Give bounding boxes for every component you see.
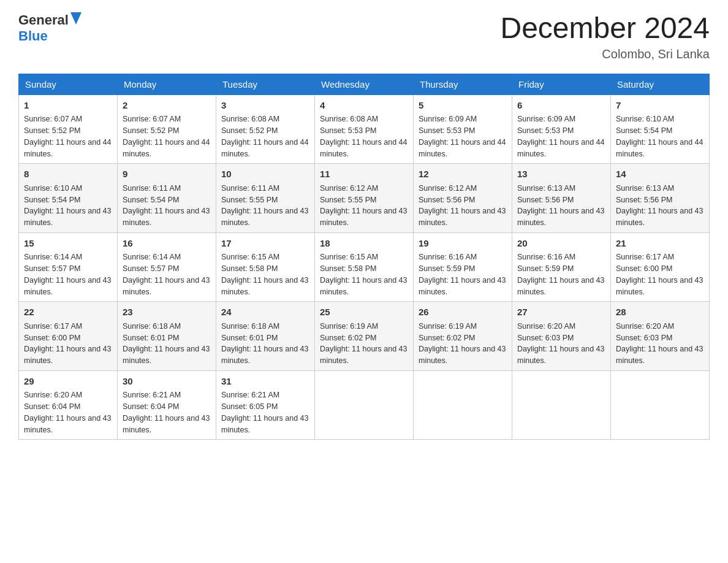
sunrise-text: Sunrise: 6:15 AM <box>320 251 408 263</box>
calendar-cell: 3Sunrise: 6:08 AMSunset: 5:52 PMDaylight… <box>216 94 315 164</box>
sunset-text: Sunset: 5:58 PM <box>320 263 408 275</box>
sunrise-text: Sunrise: 6:15 AM <box>221 251 309 263</box>
sunset-text: Sunset: 5:53 PM <box>419 125 507 137</box>
day-number: 11 <box>320 167 408 182</box>
calendar-table: SundayMondayTuesdayWednesdayThursdayFrid… <box>18 74 710 440</box>
sunrise-text: Sunrise: 6:17 AM <box>24 321 112 332</box>
daylight-text: Daylight: 11 hours and 44 minutes. <box>517 137 605 160</box>
daylight-text: Daylight: 11 hours and 43 minutes. <box>123 275 211 298</box>
daylight-text: Daylight: 11 hours and 44 minutes. <box>221 137 309 160</box>
sunset-text: Sunset: 5:53 PM <box>320 125 408 137</box>
sunset-text: Sunset: 5:59 PM <box>517 263 605 275</box>
daylight-text: Daylight: 11 hours and 43 minutes. <box>320 275 408 298</box>
header-saturday: Saturday <box>611 74 710 94</box>
daylight-text: Daylight: 11 hours and 43 minutes. <box>616 205 704 229</box>
calendar-cell: 5Sunrise: 6:09 AMSunset: 5:53 PMDaylight… <box>414 94 512 164</box>
day-number: 12 <box>419 167 507 182</box>
day-number: 21 <box>616 237 704 251</box>
daylight-text: Daylight: 11 hours and 43 minutes. <box>221 413 309 436</box>
sunset-text: Sunset: 5:54 PM <box>24 194 112 206</box>
sunset-text: Sunset: 6:01 PM <box>221 332 309 344</box>
day-number: 3 <box>221 99 309 113</box>
calendar-cell: 9Sunrise: 6:11 AMSunset: 5:54 PMDaylight… <box>118 164 216 233</box>
sunrise-text: Sunrise: 6:19 AM <box>320 321 408 332</box>
sunset-text: Sunset: 5:56 PM <box>517 194 605 206</box>
sunrise-text: Sunrise: 6:09 AM <box>517 113 605 125</box>
sunset-text: Sunset: 5:53 PM <box>517 125 605 137</box>
calendar-cell: 29Sunrise: 6:20 AMSunset: 6:04 PMDayligh… <box>19 370 118 440</box>
sunrise-text: Sunrise: 6:16 AM <box>517 251 605 263</box>
calendar-cell: 14Sunrise: 6:13 AMSunset: 5:56 PMDayligh… <box>611 164 710 233</box>
sunrise-text: Sunrise: 6:08 AM <box>320 113 408 125</box>
daylight-text: Daylight: 11 hours and 43 minutes. <box>517 205 605 229</box>
daylight-text: Daylight: 11 hours and 43 minutes. <box>616 343 704 367</box>
day-number: 23 <box>123 305 211 320</box>
header-monday: Monday <box>118 74 216 94</box>
sunset-text: Sunset: 6:05 PM <box>221 401 309 413</box>
logo-general-text: General <box>18 12 69 28</box>
sunrise-text: Sunrise: 6:21 AM <box>123 389 211 401</box>
sunset-text: Sunset: 5:52 PM <box>24 125 112 137</box>
daylight-text: Daylight: 11 hours and 43 minutes. <box>419 275 507 298</box>
sunset-text: Sunset: 6:04 PM <box>123 401 211 413</box>
header-thursday: Thursday <box>414 74 512 94</box>
daylight-text: Daylight: 11 hours and 43 minutes. <box>24 413 112 436</box>
daylight-text: Daylight: 11 hours and 43 minutes. <box>616 275 704 298</box>
sunset-text: Sunset: 5:52 PM <box>123 125 211 137</box>
calendar-cell: 6Sunrise: 6:09 AMSunset: 5:53 PMDaylight… <box>512 94 611 164</box>
month-title: December 2024 <box>500 12 710 45</box>
day-number: 28 <box>616 305 704 320</box>
daylight-text: Daylight: 11 hours and 44 minutes. <box>24 137 112 160</box>
day-number: 1 <box>24 99 112 113</box>
sunrise-text: Sunrise: 6:13 AM <box>517 183 605 194</box>
day-number: 4 <box>320 99 408 113</box>
calendar-cell <box>512 370 611 440</box>
calendar-cell: 22Sunrise: 6:17 AMSunset: 6:00 PMDayligh… <box>19 302 118 371</box>
sunset-text: Sunset: 6:00 PM <box>24 332 112 344</box>
sunset-text: Sunset: 6:02 PM <box>320 332 408 344</box>
daylight-text: Daylight: 11 hours and 43 minutes. <box>123 413 211 436</box>
sunset-text: Sunset: 5:56 PM <box>616 194 704 206</box>
sunset-text: Sunset: 5:57 PM <box>123 263 211 275</box>
page-header: General Blue December 2024 Colombo, Sri … <box>18 12 710 61</box>
day-number: 31 <box>221 375 309 389</box>
sunrise-text: Sunrise: 6:17 AM <box>616 251 704 263</box>
sunrise-text: Sunrise: 6:07 AM <box>123 113 211 125</box>
logo: General Blue <box>18 12 82 44</box>
day-number: 27 <box>517 305 605 320</box>
sunset-text: Sunset: 5:54 PM <box>616 125 704 137</box>
calendar-cell: 30Sunrise: 6:21 AMSunset: 6:04 PMDayligh… <box>118 370 216 440</box>
daylight-text: Daylight: 11 hours and 43 minutes. <box>24 205 112 229</box>
daylight-text: Daylight: 11 hours and 43 minutes. <box>24 275 112 298</box>
calendar-cell: 26Sunrise: 6:19 AMSunset: 6:02 PMDayligh… <box>414 302 512 371</box>
calendar-cell <box>315 370 414 440</box>
day-number: 7 <box>616 99 704 113</box>
sunrise-text: Sunrise: 6:12 AM <box>419 183 507 194</box>
calendar-cell: 28Sunrise: 6:20 AMSunset: 6:03 PMDayligh… <box>611 302 710 371</box>
sunrise-text: Sunrise: 6:16 AM <box>419 251 507 263</box>
calendar-cell: 24Sunrise: 6:18 AMSunset: 6:01 PMDayligh… <box>216 302 315 371</box>
sunrise-text: Sunrise: 6:08 AM <box>221 113 309 125</box>
daylight-text: Daylight: 11 hours and 43 minutes. <box>221 205 309 229</box>
sunset-text: Sunset: 5:55 PM <box>320 194 408 206</box>
calendar-cell: 16Sunrise: 6:14 AMSunset: 5:57 PMDayligh… <box>118 232 216 302</box>
calendar-cell: 25Sunrise: 6:19 AMSunset: 6:02 PMDayligh… <box>315 302 414 371</box>
logo-triangle-icon <box>70 12 82 25</box>
calendar-cell: 2Sunrise: 6:07 AMSunset: 5:52 PMDaylight… <box>118 94 216 164</box>
calendar-cell: 19Sunrise: 6:16 AMSunset: 5:59 PMDayligh… <box>414 232 512 302</box>
calendar-week-row: 1Sunrise: 6:07 AMSunset: 5:52 PMDaylight… <box>19 94 710 164</box>
sunset-text: Sunset: 6:02 PM <box>419 332 507 344</box>
calendar-cell: 1Sunrise: 6:07 AMSunset: 5:52 PMDaylight… <box>19 94 118 164</box>
daylight-text: Daylight: 11 hours and 44 minutes. <box>616 137 704 160</box>
sunrise-text: Sunrise: 6:12 AM <box>320 183 408 194</box>
day-number: 17 <box>221 237 309 251</box>
daylight-text: Daylight: 11 hours and 44 minutes. <box>123 137 211 160</box>
day-number: 8 <box>24 167 112 182</box>
sunrise-text: Sunrise: 6:11 AM <box>123 183 211 194</box>
calendar-week-row: 8Sunrise: 6:10 AMSunset: 5:54 PMDaylight… <box>19 164 710 233</box>
daylight-text: Daylight: 11 hours and 43 minutes. <box>517 343 605 367</box>
day-number: 25 <box>320 305 408 320</box>
daylight-text: Daylight: 11 hours and 44 minutes. <box>320 137 408 160</box>
calendar-week-row: 15Sunrise: 6:14 AMSunset: 5:57 PMDayligh… <box>19 232 710 302</box>
sunset-text: Sunset: 5:54 PM <box>123 194 211 206</box>
